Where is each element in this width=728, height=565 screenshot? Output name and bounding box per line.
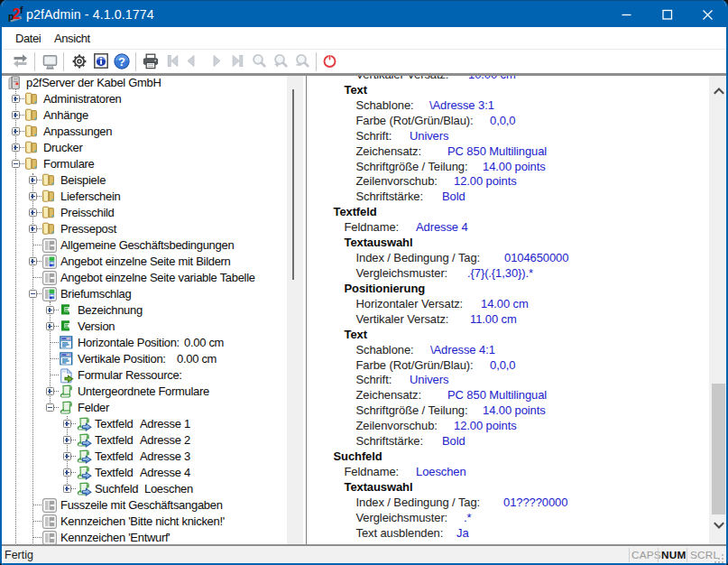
svg-text:?: ? bbox=[118, 55, 125, 69]
svg-text:f: f bbox=[20, 5, 23, 15]
